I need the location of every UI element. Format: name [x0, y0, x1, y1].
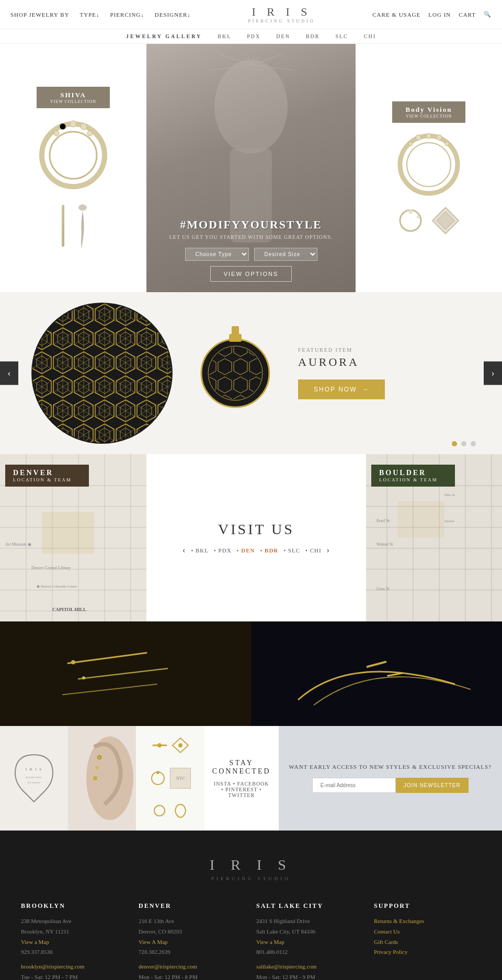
- svg-line-16: [251, 54, 282, 65]
- dot-2[interactable]: [461, 441, 466, 446]
- social-links[interactable]: INSTA • FACEBOOK • PINTEREST • TWITTER: [212, 781, 271, 798]
- cart-link[interactable]: CART: [459, 11, 476, 18]
- brooklyn-city: Brooklyn, NY 11211: [21, 927, 128, 937]
- stay-connected-title: STAY CONNECTED: [212, 759, 271, 776]
- returns-link[interactable]: Returns & Exchanges: [374, 916, 481, 927]
- choose-type-select[interactable]: Choose Type: [185, 248, 249, 261]
- contact-link[interactable]: Contact Us: [374, 927, 481, 937]
- denver-label[interactable]: DENVER LOCATION & TEAM: [5, 465, 89, 487]
- piercing-nav[interactable]: PIERCING↓: [110, 11, 144, 18]
- city-bdr[interactable]: • BDR: [260, 547, 278, 554]
- svg-rect-7: [62, 205, 64, 247]
- gallery-city-slc[interactable]: SLC: [335, 33, 348, 39]
- svg-text:STUDIO: STUDIO: [28, 781, 40, 784]
- shiva-collection-button[interactable]: SHIVA VIEW COLLECTION: [37, 87, 110, 108]
- boulder-label[interactable]: BOULDER LOCATION & TEAM: [371, 465, 455, 487]
- brooklyn-email-link[interactable]: brooklyn@irispiercing.com: [21, 962, 128, 972]
- slider-dots: [452, 441, 476, 446]
- slc-email-link[interactable]: saltlake@irispiercing.com: [256, 962, 363, 972]
- svg-point-90: [97, 755, 101, 759]
- brooklyn-map-link[interactable]: View a Map: [21, 937, 128, 948]
- nav-left: SHOP JEWELRY BY TYPE↓ PIERCING↓ DESIGNER…: [10, 11, 191, 18]
- slider-next-button[interactable]: ›: [484, 362, 502, 385]
- denver-map-link[interactable]: View A Map: [139, 937, 246, 948]
- gallery-label: JEWELRY GALLERY: [126, 33, 202, 39]
- social-strip: I R I S PIERCING STUDIO NYC STAY CONNECT…: [0, 726, 502, 831]
- brooklyn-address: 238 Metropolitan Ave: [21, 916, 128, 927]
- iris-logo-photo: I R I S PIERCING STUDIO: [0, 726, 68, 831]
- ear-close-photo: [68, 726, 136, 831]
- city-pdx[interactable]: • PDX: [214, 547, 232, 554]
- svg-point-23: [437, 135, 442, 140]
- svg-text:CAPITOL HILL: CAPITOL HILL: [52, 607, 86, 612]
- stay-connected: STAY CONNECTED INSTA • FACEBOOK • PINTER…: [204, 726, 279, 831]
- denver-address: 216 E 13th Ave: [139, 916, 246, 927]
- slider-prev-button[interactable]: ‹: [0, 362, 18, 385]
- slc-address: 2431 S Highland Drive: [256, 916, 363, 927]
- hero-center: #MODIFYYOURSTYLE LET US GET YOU STARTED …: [146, 44, 356, 292]
- svg-point-5: [54, 131, 59, 136]
- city-den[interactable]: • DEN: [237, 547, 255, 554]
- svg-line-79: [68, 653, 146, 663]
- join-newsletter-button[interactable]: JOIN NEWSLETTER: [396, 778, 469, 793]
- view-options-button[interactable]: VIEW OPTIONS: [210, 266, 292, 282]
- privacy-link[interactable]: Privacy Policy: [374, 947, 481, 958]
- svg-point-92: [93, 776, 97, 780]
- svg-point-96: [178, 743, 182, 747]
- city-chi[interactable]: • CHI: [305, 547, 322, 554]
- cities-next[interactable]: ›: [327, 546, 330, 555]
- body-vision-collection-button[interactable]: Body Vision VIEW COLLECTION: [392, 101, 465, 123]
- site-footer: I R I S PIERCING STUDIO BROOKLYN 238 Met…: [0, 831, 502, 980]
- svg-point-8: [78, 204, 87, 211]
- svg-text:Walnut St: Walnut St: [376, 542, 393, 547]
- svg-point-28: [417, 215, 420, 218]
- gallery-city-bkl[interactable]: BKL: [218, 33, 231, 39]
- search-icon[interactable]: 🔍: [484, 11, 492, 18]
- svg-line-80: [78, 668, 167, 679]
- featured-slider: ‹: [0, 292, 502, 454]
- login-link[interactable]: LOG IN: [428, 11, 451, 18]
- featured-item-image: [193, 316, 277, 431]
- svg-point-22: [426, 133, 431, 139]
- denver-email-link[interactable]: denver@irispiercing.com: [139, 962, 246, 972]
- svg-point-44: [209, 347, 261, 399]
- svg-point-0: [42, 124, 105, 187]
- denver-map: Art Museum ◉ Denver Central Library ◉ Hi…: [0, 454, 146, 621]
- designer-nav[interactable]: DESIGNER↓: [155, 11, 191, 18]
- site-logo[interactable]: I R I S PIERCING STUDIO: [248, 5, 315, 24]
- footer-support: SUPPORT Returns & Exchanges Contact Us G…: [374, 902, 481, 980]
- svg-text:Pearl St: Pearl St: [376, 518, 390, 523]
- city-slc[interactable]: • SLC: [283, 547, 300, 554]
- care-usage-link[interactable]: CARE & USAGE: [372, 11, 420, 18]
- footer-brooklyn: BROOKLYN 238 Metropolitan Ave Brooklyn, …: [21, 902, 128, 980]
- cities-prev[interactable]: ‹: [182, 546, 186, 555]
- svg-text:Goss St: Goss St: [376, 586, 390, 591]
- slc-map-link[interactable]: View a Map: [256, 937, 363, 948]
- dot-active[interactable]: [452, 441, 457, 446]
- svg-point-3: [70, 121, 76, 127]
- featured-label: FEATURED ITEM: [298, 347, 471, 353]
- newsletter-email-input[interactable]: [312, 778, 396, 793]
- gallery-navigation: JEWELRY GALLERY BKL PDX DEN BDR SLC CHI: [0, 29, 502, 44]
- footer-slc: SALT LAKE CITY 2431 S Highland Drive Sal…: [256, 902, 363, 980]
- slc-title: SALT LAKE CITY: [256, 902, 363, 910]
- shop-by-label: SHOP JEWELRY BY: [10, 11, 70, 18]
- support-title: SUPPORT: [374, 902, 481, 910]
- jewelry-photo-left: [0, 621, 251, 726]
- iris-crest-logo: I R I S PIERCING STUDIO: [10, 752, 58, 804]
- city-bkl[interactable]: • BKL: [191, 547, 209, 554]
- gallery-city-bdr[interactable]: BDR: [306, 33, 320, 39]
- nav-right: CARE & USAGE LOG IN CART 🔍: [372, 11, 492, 18]
- type-nav[interactable]: TYPE↓: [80, 11, 100, 18]
- brooklyn-phone: 929.337.8538: [21, 947, 128, 958]
- desired-size-select[interactable]: Desired Size: [254, 248, 317, 261]
- gift-cards-link[interactable]: Gift Cards: [374, 937, 481, 948]
- shop-now-button[interactable]: SHOP NOW →: [298, 379, 385, 399]
- gallery-city-pdx[interactable]: PDX: [247, 33, 260, 39]
- gallery-city-den[interactable]: DEN: [276, 33, 290, 39]
- svg-point-1: [50, 132, 97, 179]
- photos-strip: [0, 621, 502, 726]
- dot-3[interactable]: [471, 441, 476, 446]
- svg-point-94: [157, 743, 162, 747]
- gallery-city-chi[interactable]: CHI: [364, 33, 376, 39]
